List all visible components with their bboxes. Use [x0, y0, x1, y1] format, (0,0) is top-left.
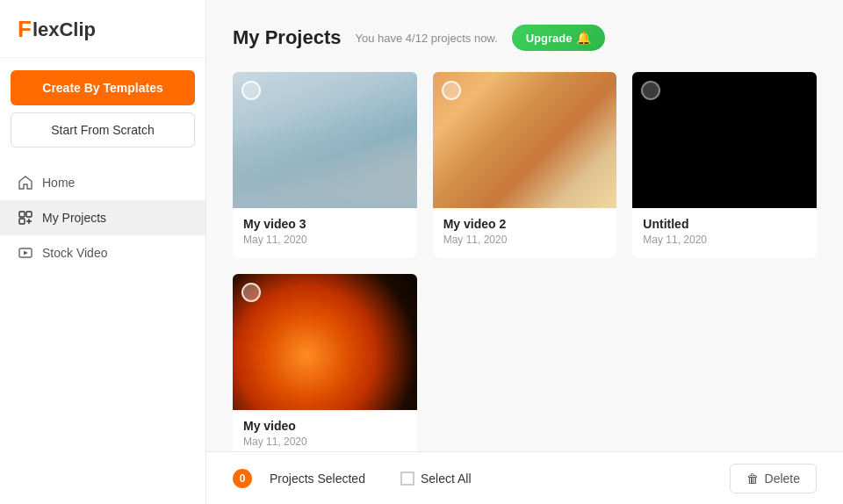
svg-rect-0: [19, 212, 25, 217]
thumbnail-video3: [233, 72, 417, 208]
page-title: My Projects: [233, 26, 342, 49]
project-name-video3: My video 3: [243, 217, 407, 231]
project-count-text: You have 4/12 projects now.: [356, 32, 498, 45]
main-area: My Projects You have 4/12 projects now. …: [206, 0, 843, 504]
sidebar-label-home: Home: [42, 176, 75, 190]
sidebar-label-myprojects: My Projects: [42, 211, 106, 225]
content-area: My Projects You have 4/12 projects now. …: [206, 0, 843, 451]
page-header: My Projects You have 4/12 projects now. …: [233, 25, 817, 51]
select-circle-video[interactable]: [241, 283, 261, 302]
project-card-video3[interactable]: My video 3 May 11, 2020: [233, 72, 417, 258]
selected-count-badge: 0: [233, 469, 252, 488]
sidebar-item-stockvideo[interactable]: Stock Video: [0, 235, 205, 270]
project-info-video2: My video 2 May 11, 2020: [433, 208, 617, 258]
thumbnail-video2: [433, 72, 617, 208]
select-all-area[interactable]: Select All: [400, 472, 472, 486]
select-circle-untitled[interactable]: [641, 81, 660, 100]
delete-button[interactable]: 🗑 Delete: [730, 464, 817, 493]
sidebar-label-stockvideo: Stock Video: [42, 246, 107, 260]
project-info-video3: My video 3 May 11, 2020: [233, 208, 417, 258]
sidebar-item-myprojects[interactable]: My Projects: [0, 200, 205, 235]
project-date-video2: May 11, 2020: [443, 234, 607, 246]
project-card-video[interactable]: My video May 11, 2020: [233, 274, 417, 451]
create-template-button[interactable]: Create By Templates: [11, 70, 195, 105]
sidebar-buttons: Create By Templates Start From Scratch: [0, 58, 205, 156]
delete-label: Delete: [765, 472, 800, 486]
select-circle-video3[interactable]: [241, 81, 261, 100]
upgrade-button[interactable]: Upgrade 🔔: [512, 25, 606, 51]
select-all-checkbox[interactable]: [400, 472, 414, 486]
projects-selected-label: Projects Selected: [270, 472, 365, 486]
project-name-untitled: Untitled: [643, 217, 806, 231]
project-info-untitled: Untitled May 11, 2020: [632, 208, 817, 258]
project-card-video2[interactable]: My video 2 May 11, 2020: [433, 72, 617, 258]
home-icon: [18, 175, 33, 191]
start-scratch-button[interactable]: Start From Scratch: [11, 112, 195, 148]
stock-icon: [18, 245, 33, 261]
projects-icon: [18, 210, 33, 226]
project-card-untitled[interactable]: Untitled May 11, 2020: [632, 72, 817, 258]
sidebar: FlexClip Create By Templates Start From …: [0, 0, 206, 504]
sidebar-nav: Home My Projects Stock Video: [0, 165, 205, 270]
svg-rect-2: [19, 219, 25, 224]
select-all-label: Select All: [421, 472, 472, 486]
logo-f: F: [18, 16, 32, 43]
projects-grid: My video 3 May 11, 2020 My video 2 May 1…: [233, 72, 817, 451]
sidebar-item-home[interactable]: Home: [0, 165, 205, 200]
project-name-video: My video: [243, 419, 407, 433]
svg-rect-1: [26, 212, 32, 217]
thumbnail-video: [233, 274, 417, 410]
thumbnail-untitled: [632, 72, 817, 208]
logo-suffix: lexClip: [32, 18, 96, 41]
project-name-video2: My video 2: [443, 217, 607, 231]
trash-icon: 🗑: [746, 472, 759, 486]
project-date-untitled: May 11, 2020: [643, 234, 806, 246]
upgrade-label: Upgrade: [526, 32, 573, 45]
project-date-video3: May 11, 2020: [243, 234, 407, 246]
logo: FlexClip: [18, 16, 188, 43]
select-circle-video2[interactable]: [442, 81, 461, 100]
project-info-video: My video May 11, 2020: [233, 410, 417, 451]
bottom-bar: 0 Projects Selected Select All 🗑 Delete: [206, 451, 843, 504]
project-date-video: May 11, 2020: [243, 436, 407, 448]
upgrade-icon: 🔔: [576, 31, 591, 45]
logo-area: FlexClip: [0, 0, 205, 58]
